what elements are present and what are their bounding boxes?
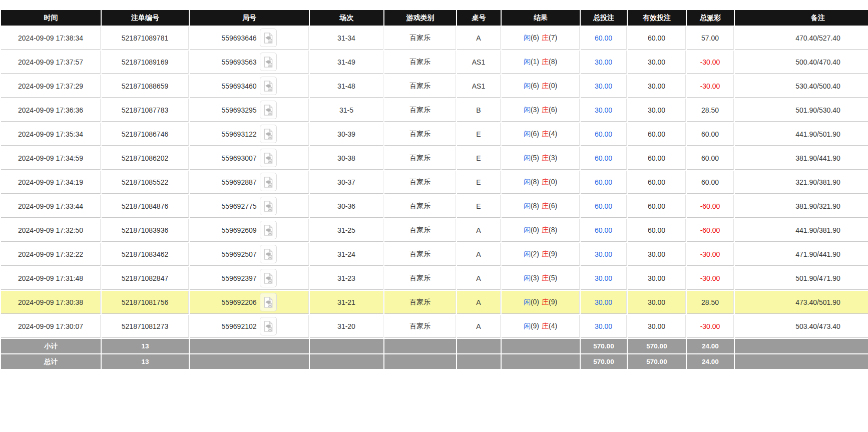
cell-round-id: 559693295 (190, 99, 309, 122)
video-replay-button[interactable] (260, 221, 277, 239)
video-icon (263, 56, 274, 68)
table-row[interactable]: 2024-09-09 17:34:19 521871085522 5596928… (1, 171, 868, 194)
video-replay-button[interactable] (260, 77, 277, 95)
cell-total-bet: 30.00 (581, 267, 627, 290)
video-replay-button[interactable] (260, 29, 277, 47)
video-replay-button[interactable] (260, 53, 277, 71)
cell-total-payout: -60.00 (687, 219, 734, 242)
cell-total-bet: 30.00 (581, 243, 627, 266)
result-player-label: 闲 (524, 322, 531, 330)
cell-round-id: 559692887 (190, 171, 309, 194)
result-player-score: (8) (531, 202, 539, 210)
cell-total-bet: 30.00 (581, 75, 627, 98)
cell-total-bet: 30.00 (581, 291, 627, 314)
cell-round-id: 559692775 (190, 195, 309, 218)
cell-total-bet: 60.00 (581, 195, 627, 218)
cell-result: 闲(3)庄(5) (502, 267, 580, 290)
cell-bet-id: 521871085522 (102, 171, 189, 194)
table-row[interactable]: 2024-09-09 17:32:50 521871083936 5596926… (1, 219, 868, 242)
result-banker-label: 庄 (542, 250, 549, 258)
table-row[interactable]: 2024-09-09 17:33:44 521871084876 5596927… (1, 195, 868, 218)
table-row[interactable]: 2024-09-09 17:38:34 521871089781 5596936… (1, 27, 868, 50)
cell-bet-id: 521871088659 (102, 75, 189, 98)
result-banker-label: 庄 (542, 322, 549, 330)
video-replay-button[interactable] (260, 269, 277, 287)
cell-valid-bet: 60.00 (628, 195, 686, 218)
cell-time: 2024-09-09 17:30:38 (1, 291, 101, 314)
video-replay-button[interactable] (260, 125, 277, 143)
cell-total-payout: 57.00 (687, 27, 734, 50)
video-icon (263, 296, 274, 308)
cell-valid-bet: 60.00 (628, 171, 686, 194)
cell-table-no: B (457, 99, 501, 122)
result-banker-score: (9) (549, 250, 557, 258)
table-row[interactable]: 2024-09-09 17:30:07 521871081273 5596921… (1, 315, 868, 338)
video-icon (263, 248, 274, 260)
video-replay-button[interactable] (260, 149, 277, 167)
cell-total-payout: -30.00 (687, 315, 734, 338)
result-player-label: 闲 (524, 250, 531, 258)
cell-result: 闲(6)庄(7) (502, 27, 580, 50)
summary-empty-session (310, 339, 383, 353)
table-row[interactable]: 2024-09-09 17:31:48 521871082847 5596923… (1, 267, 868, 290)
summary-empty-game-type (384, 339, 456, 353)
video-replay-button[interactable] (260, 197, 277, 215)
cell-bet-id: 521871081756 (102, 291, 189, 314)
video-replay-button[interactable] (260, 293, 277, 311)
cell-game-type: 百家乐 (384, 315, 456, 338)
cell-session: 30-37 (310, 171, 383, 194)
summary-valid-bet: 570.00 (628, 339, 686, 353)
table-row[interactable]: 2024-09-09 17:34:59 521871086202 5596930… (1, 147, 868, 170)
cell-game-type: 百家乐 (384, 219, 456, 242)
cell-game-type: 百家乐 (384, 27, 456, 50)
cell-remark: 381.90/321.90 (735, 195, 868, 218)
result-banker-score: (6) (549, 106, 557, 114)
column-header-total_payout: 总派彩 (687, 10, 734, 26)
cell-time: 2024-09-09 17:32:50 (1, 219, 101, 242)
cell-result: 闲(3)庄(6) (502, 99, 580, 122)
summary-valid-bet: 570.00 (628, 354, 686, 369)
summary-row: 总计 13 570.00 570.00 24.00 (1, 354, 868, 369)
summary-empty-round (190, 339, 309, 353)
result-banker-score: (6) (549, 202, 557, 210)
video-replay-button[interactable] (260, 101, 277, 119)
cell-remark: 503.40/473.40 (735, 315, 868, 338)
result-player-label: 闲 (524, 298, 531, 306)
column-header-table_no: 桌号 (457, 10, 501, 26)
table-row[interactable]: 2024-09-09 17:32:22 521871083462 5596925… (1, 243, 868, 266)
result-banker-label: 庄 (542, 298, 549, 306)
table-row[interactable]: 2024-09-09 17:37:57 521871089169 5596935… (1, 51, 868, 74)
summary-total-payout: 24.00 (687, 354, 734, 369)
result-banker-score: (0) (549, 82, 557, 90)
column-header-bet_id: 注单编号 (102, 10, 189, 26)
summary-empty-result (502, 354, 580, 369)
video-replay-button[interactable] (260, 245, 277, 263)
table-row[interactable]: 2024-09-09 17:36:36 521871087783 5596932… (1, 99, 868, 122)
table-row[interactable]: 2024-09-09 17:37:29 521871088659 5596934… (1, 75, 868, 98)
cell-table-no: A (457, 291, 501, 314)
result-banker-label: 庄 (542, 58, 549, 66)
cell-round-id: 559693460 (190, 75, 309, 98)
cell-time: 2024-09-09 17:34:19 (1, 171, 101, 194)
table-row[interactable]: 2024-09-09 17:35:34 521871086746 5596931… (1, 123, 868, 146)
video-icon (263, 200, 274, 212)
result-banker-score: (8) (549, 58, 557, 66)
cell-valid-bet: 30.00 (628, 267, 686, 290)
video-icon (263, 104, 274, 116)
cell-result: 闲(9)庄(4) (502, 315, 580, 338)
result-player-score: (1) (531, 58, 539, 66)
cell-session: 31-34 (310, 27, 383, 50)
cell-session: 31-20 (310, 315, 383, 338)
cell-round-id: 559692397 (190, 267, 309, 290)
video-replay-button[interactable] (260, 173, 277, 191)
summary-total-bet: 570.00 (581, 339, 627, 353)
cell-valid-bet: 60.00 (628, 123, 686, 146)
cell-remark: 473.40/501.90 (735, 291, 868, 314)
cell-table-no: A (457, 219, 501, 242)
result-player-score: (2) (531, 250, 539, 258)
summary-count: 13 (102, 339, 189, 353)
table-row[interactable]: 2024-09-09 17:30:38 521871081756 5596922… (1, 291, 868, 314)
result-player-label: 闲 (524, 130, 531, 138)
video-replay-button[interactable] (260, 317, 277, 335)
cell-time: 2024-09-09 17:38:34 (1, 27, 101, 50)
